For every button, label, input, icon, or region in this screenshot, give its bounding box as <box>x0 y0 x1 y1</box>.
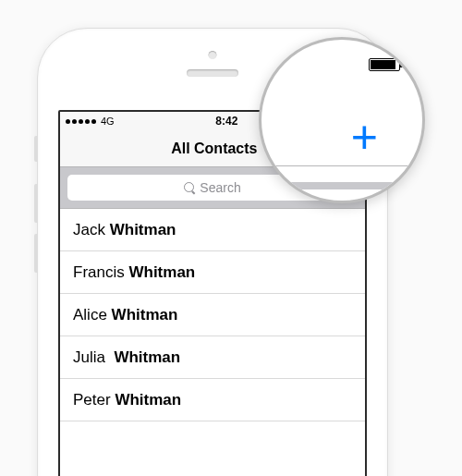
list-item[interactable]: Alice Whitman <box>60 294 365 336</box>
contact-last-name: Whitman <box>110 221 176 239</box>
contact-last-name: Whitman <box>114 348 180 367</box>
list-item[interactable]: Francis Whitman <box>60 251 365 294</box>
contact-last-name: Whitman <box>115 391 181 409</box>
earpiece-speaker <box>187 69 238 77</box>
magnified-battery <box>369 58 400 71</box>
contacts-list: Jack Whitman Francis Whitman Alice Whitm… <box>60 209 365 421</box>
magnified-add-button[interactable]: + <box>351 114 378 160</box>
front-camera <box>209 51 217 59</box>
mute-switch <box>34 136 38 162</box>
list-item[interactable]: Julia Whitman <box>60 336 365 379</box>
carrier-label: 4G <box>101 116 115 127</box>
search-placeholder: Search <box>200 180 240 195</box>
status-left: 4G <box>66 116 115 127</box>
contact-first-name: Alice <box>73 306 107 324</box>
search-icon <box>184 182 196 194</box>
signal-dots-icon <box>66 119 96 124</box>
list-item[interactable]: Peter Whitman <box>60 379 365 421</box>
contact-first-name: Francis <box>73 263 125 282</box>
contact-last-name: Whitman <box>112 306 178 324</box>
magnifier-overlay: + <box>259 37 425 203</box>
contact-first-name: Jack <box>73 221 105 239</box>
contact-last-name: Whitman <box>128 263 195 282</box>
clock: 8:42 <box>215 115 237 128</box>
list-item[interactable]: Jack Whitman <box>60 209 365 251</box>
contact-first-name: Peter <box>73 391 111 409</box>
volume-down-button <box>34 234 38 273</box>
magnified-navbar-border <box>261 165 422 166</box>
contact-first-name: Julia <box>73 348 105 367</box>
volume-up-button <box>34 184 38 223</box>
